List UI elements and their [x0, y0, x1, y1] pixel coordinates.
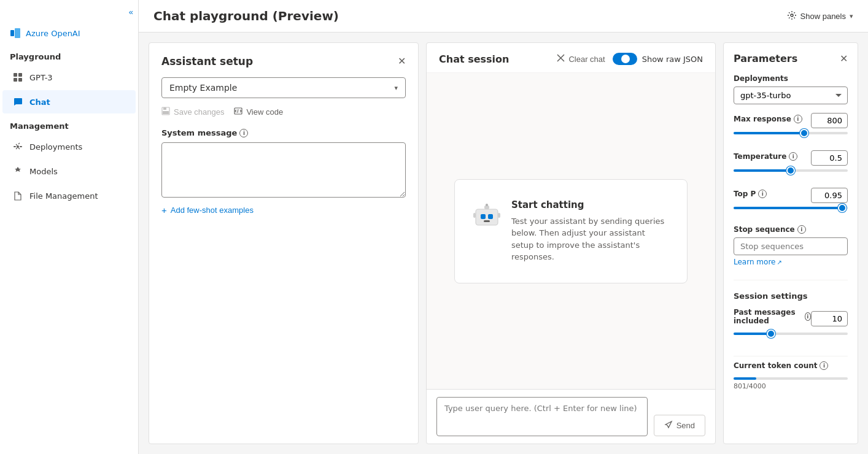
sidebar-item-label: Deployments — [29, 142, 82, 152]
top-p-group: Top P i — [734, 188, 848, 217]
stop-sequence-info-icon: i — [797, 225, 806, 234]
token-count-info-icon: i — [820, 361, 828, 370]
chat-panel-header: Chat session Clear chat — [427, 43, 715, 73]
assistant-setup-panel: Assistant setup ✕ Empty Example ▾ — [149, 42, 419, 444]
clear-icon — [557, 54, 565, 64]
svg-rect-7 — [14, 146, 16, 147]
example-dropdown[interactable]: Empty Example ▾ — [161, 77, 406, 98]
playground-section-label: Playground — [0, 45, 138, 65]
assistant-panel-header: Assistant setup ✕ — [161, 55, 406, 67]
sidebar-collapse-button[interactable]: « — [129, 7, 133, 17]
token-count-label: Current token count i — [734, 361, 848, 370]
svg-rect-11 — [163, 107, 166, 110]
sidebar: « Azure OpenAI Playground GPT-3 — [0, 0, 139, 454]
learn-more-label: Learn more — [734, 258, 775, 266]
past-messages-group: Past messages included i — [734, 308, 848, 342]
sidebar-item-file-management[interactable]: File Management — [2, 184, 136, 207]
past-messages-slider-thumb[interactable] — [767, 329, 775, 338]
start-chatting-card: Start chatting Test your assistant by se… — [454, 179, 688, 283]
top-p-row: Top P i — [734, 188, 848, 203]
stop-sequence-label: Stop sequence i — [734, 225, 848, 234]
page-header: Chat playground (Preview) Show panels ▾ — [139, 0, 868, 33]
top-p-info-icon: i — [758, 190, 767, 198]
max-response-input[interactable] — [811, 113, 848, 128]
temperature-group: Temperature i — [734, 150, 848, 179]
sidebar-item-label: Chat — [29, 98, 50, 107]
chat-input[interactable] — [436, 397, 648, 436]
temperature-slider-thumb[interactable] — [786, 166, 795, 175]
deployments-group: Deployments gpt-35-turbo gpt-4 gpt-4-32k — [734, 74, 848, 104]
svg-point-19 — [486, 204, 488, 206]
svg-rect-0 — [10, 30, 14, 36]
max-response-slider-fill — [734, 132, 804, 134]
clear-chat-button[interactable]: Clear chat — [557, 54, 605, 64]
chevron-down-icon: ▾ — [850, 12, 853, 20]
show-panels-button[interactable]: Show panels ▾ — [787, 10, 853, 22]
max-response-group: Max response i — [734, 113, 848, 142]
learn-more-link[interactable]: Learn more ↗ — [734, 258, 848, 266]
svg-rect-16 — [488, 214, 493, 219]
top-p-slider-thumb[interactable] — [838, 204, 847, 212]
start-chatting-desc: Test your assistant by sending queries b… — [511, 215, 670, 263]
past-messages-input[interactable] — [811, 311, 848, 326]
plus-icon: + — [161, 205, 167, 215]
save-changes-button[interactable]: Save changes — [161, 107, 224, 117]
temperature-info-icon: i — [789, 152, 797, 161]
toggle-slider — [613, 53, 637, 65]
view-code-button[interactable]: View code — [234, 107, 283, 117]
send-icon — [664, 420, 673, 431]
svg-rect-4 — [14, 78, 17, 82]
management-section-label: Management — [0, 114, 138, 134]
azure-icon — [10, 28, 21, 39]
sidebar-item-label: File Management — [29, 191, 98, 201]
system-message-textarea[interactable] — [161, 142, 406, 198]
raw-json-toggle[interactable] — [613, 53, 637, 65]
temperature-input[interactable] — [811, 150, 848, 166]
token-count-bar-bg — [734, 377, 848, 380]
sidebar-item-gpt3[interactable]: GPT-3 — [2, 66, 136, 89]
sidebar-item-models[interactable]: Models — [2, 160, 136, 183]
stop-sequence-group: Stop sequence i Learn more ↗ — [734, 225, 848, 266]
view-code-label: View code — [246, 107, 283, 117]
chevron-down-icon: ▾ — [394, 84, 398, 92]
temperature-slider-track — [734, 169, 848, 172]
sidebar-item-deployments[interactable]: Deployments — [2, 135, 136, 158]
add-examples-button[interactable]: + Add few-shot examples — [161, 205, 406, 215]
panels-container: Assistant setup ✕ Empty Example ▾ — [139, 33, 868, 454]
deployment-select[interactable]: gpt-35-turbo gpt-4 gpt-4-32k — [734, 87, 848, 104]
code-icon — [234, 107, 242, 117]
parameters-title: Parameters — [734, 53, 797, 64]
chat-session-panel: Chat session Clear chat — [426, 42, 716, 444]
external-link-icon: ↗ — [777, 259, 781, 266]
svg-rect-20 — [473, 213, 476, 218]
token-count-value: 801/4000 — [734, 382, 848, 390]
parameters-close-button[interactable]: ✕ — [840, 54, 848, 64]
max-response-slider-thumb[interactable] — [800, 129, 808, 137]
sidebar-item-chat[interactable]: Chat — [2, 90, 136, 113]
assistant-toolbar: Save changes View code — [161, 107, 406, 117]
bot-icon — [472, 199, 502, 229]
save-icon — [161, 107, 170, 117]
past-messages-info-icon: i — [805, 312, 811, 321]
max-response-info-icon: i — [794, 115, 802, 123]
show-panels-label: Show panels — [800, 12, 846, 21]
chat-panel-title: Chat session — [439, 53, 509, 65]
gpt3-icon — [12, 72, 23, 83]
svg-rect-21 — [498, 213, 500, 218]
sidebar-item-label: Models — [29, 167, 58, 176]
assistant-panel-close-button[interactable]: ✕ — [398, 56, 406, 66]
top-p-slider-track — [734, 207, 848, 209]
svg-rect-17 — [484, 220, 490, 222]
sidebar-azure-link[interactable]: Azure OpenAI — [0, 21, 138, 45]
chat-body: Start chatting Test your assistant by se… — [427, 73, 715, 389]
top-p-input[interactable] — [811, 188, 848, 203]
raw-json-toggle-container: Show raw JSON — [613, 53, 703, 65]
assistant-panel-title: Assistant setup — [161, 55, 253, 67]
send-button[interactable]: Send — [654, 415, 705, 436]
stop-sequence-input[interactable] — [734, 237, 848, 255]
deployments-label: Deployments — [734, 74, 848, 83]
azure-label: Azure OpenAI — [26, 29, 80, 38]
parameters-panel: Parameters ✕ Deployments gpt-35-turbo gp… — [723, 42, 858, 444]
max-response-label: Max response i — [734, 115, 802, 123]
collapse-icon: « — [129, 7, 133, 17]
